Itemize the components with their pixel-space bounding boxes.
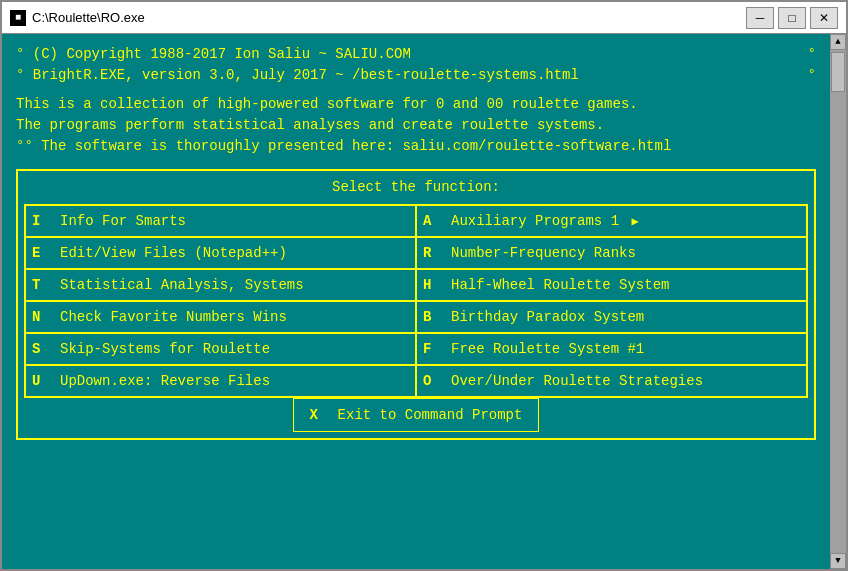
menu-label-right-0: Auxiliary Programs 1 ▶: [451, 211, 639, 232]
desc-line-2: The programs perform statistical analyse…: [16, 115, 816, 136]
exit-row: X Exit to Command Prompt: [24, 398, 808, 432]
terminal: ° (C) Copyright 1988-2017 Ion Saliu ~ SA…: [2, 34, 830, 569]
menu-cell-right-1[interactable]: RNumber-Frequency Ranks: [416, 237, 807, 269]
header-line-2-right: °: [808, 65, 816, 86]
menu-label-left-1: Edit/View Files (Notepad++): [60, 243, 287, 264]
menu-key-right-5: O: [423, 371, 443, 392]
menu-key-left-5: U: [32, 371, 52, 392]
menu-key-left-0: I: [32, 211, 52, 232]
menu-cell-right-0[interactable]: AAuxiliary Programs 1 ▶: [416, 205, 807, 237]
scroll-down-arrow[interactable]: ▼: [830, 553, 846, 569]
title-bar-left: ■ C:\Roulette\RO.exe: [10, 10, 145, 26]
menu-cell-right-3[interactable]: BBirthday Paradox System: [416, 301, 807, 333]
exit-key: X: [310, 405, 330, 426]
window-icon: ■: [10, 10, 26, 26]
menu-key-right-2: H: [423, 275, 443, 296]
desc-line-1: This is a collection of high-powered sof…: [16, 94, 816, 115]
menu-label-right-5: Over/Under Roulette Strategies: [451, 371, 703, 392]
header-line-1: ° (C) Copyright 1988-2017 Ion Saliu ~ SA…: [16, 44, 816, 65]
menu-key-right-1: R: [423, 243, 443, 264]
header-line-2-left: ° BrightR.EXE, version 3.0, July 2017 ~ …: [16, 65, 579, 86]
maximize-button[interactable]: □: [778, 7, 806, 29]
menu-label-left-4: Skip-Systems for Roulette: [60, 339, 270, 360]
menu-label-left-3: Check Favorite Numbers Wins: [60, 307, 287, 328]
menu-label-left-0: Info For Smarts: [60, 211, 186, 232]
close-button[interactable]: ✕: [810, 7, 838, 29]
scrollbar[interactable]: ▲ ▼: [830, 34, 846, 569]
minimize-button[interactable]: ─: [746, 7, 774, 29]
scroll-thumb[interactable]: [831, 52, 845, 92]
description-section: This is a collection of high-powered sof…: [16, 94, 816, 157]
menu-title: Select the function:: [24, 177, 808, 198]
main-window: ■ C:\Roulette\RO.exe ─ □ ✕ ° (C) Copyrig…: [0, 0, 848, 571]
menu-cell-left-0[interactable]: IInfo For Smarts: [25, 205, 416, 237]
menu-cell-right-2[interactable]: HHalf-Wheel Roulette System: [416, 269, 807, 301]
exit-label: Exit to Command Prompt: [338, 405, 523, 426]
header-line-1-right: °: [808, 44, 816, 65]
menu-cell-left-2[interactable]: TStatistical Analysis, Systems: [25, 269, 416, 301]
menu-cell-left-5[interactable]: UUpDown.exe: Reverse Files: [25, 365, 416, 397]
menu-key-right-0: A: [423, 211, 443, 232]
desc-line-3: °° The software is thoroughly presented …: [16, 136, 816, 157]
menu-label-left-5: UpDown.exe: Reverse Files: [60, 371, 270, 392]
menu-cell-left-1[interactable]: EEdit/View Files (Notepad++): [25, 237, 416, 269]
menu-label-left-2: Statistical Analysis, Systems: [60, 275, 304, 296]
scroll-track[interactable]: [830, 50, 846, 553]
menu-grid: IInfo For SmartsAAuxiliary Programs 1 ▶E…: [24, 204, 808, 398]
window-title: C:\Roulette\RO.exe: [32, 10, 145, 25]
menu-key-left-3: N: [32, 307, 52, 328]
submenu-arrow-icon: ▶: [631, 215, 638, 229]
menu-label-right-3: Birthday Paradox System: [451, 307, 644, 328]
menu-label-right-2: Half-Wheel Roulette System: [451, 275, 669, 296]
menu-key-left-2: T: [32, 275, 52, 296]
exit-cell[interactable]: X Exit to Command Prompt: [293, 398, 540, 432]
menu-key-left-4: S: [32, 339, 52, 360]
menu-label-right-1: Number-Frequency Ranks: [451, 243, 636, 264]
title-bar: ■ C:\Roulette\RO.exe ─ □ ✕: [2, 2, 846, 34]
menu-key-right-4: F: [423, 339, 443, 360]
menu-cell-right-4[interactable]: FFree Roulette System #1: [416, 333, 807, 365]
menu-box: Select the function: IInfo For SmartsAAu…: [16, 169, 816, 440]
header-line-1-left: ° (C) Copyright 1988-2017 Ion Saliu ~ SA…: [16, 44, 411, 65]
menu-label-right-4: Free Roulette System #1: [451, 339, 644, 360]
content-area: ° (C) Copyright 1988-2017 Ion Saliu ~ SA…: [2, 34, 846, 569]
title-bar-buttons: ─ □ ✕: [746, 7, 838, 29]
menu-key-left-1: E: [32, 243, 52, 264]
menu-cell-left-4[interactable]: SSkip-Systems for Roulette: [25, 333, 416, 365]
header-section: ° (C) Copyright 1988-2017 Ion Saliu ~ SA…: [16, 44, 816, 86]
header-line-2: ° BrightR.EXE, version 3.0, July 2017 ~ …: [16, 65, 816, 86]
menu-key-right-3: B: [423, 307, 443, 328]
menu-cell-left-3[interactable]: NCheck Favorite Numbers Wins: [25, 301, 416, 333]
menu-cell-right-5[interactable]: OOver/Under Roulette Strategies: [416, 365, 807, 397]
scroll-up-arrow[interactable]: ▲: [830, 34, 846, 50]
